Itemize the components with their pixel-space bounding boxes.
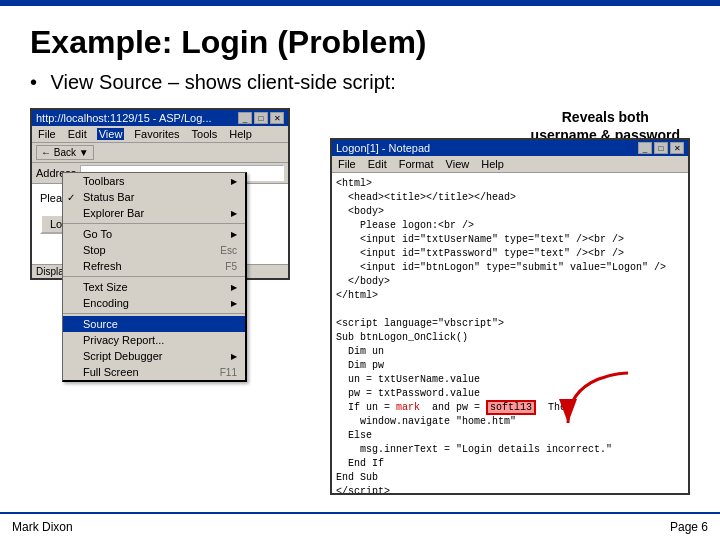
menu-edit[interactable]: Edit	[66, 128, 89, 140]
goto-label: Go To	[83, 228, 112, 240]
minimize-button[interactable]: _	[238, 112, 252, 124]
dropdown-toolbars[interactable]: Toolbars ▶	[63, 173, 245, 189]
toolbars-label: Toolbars	[83, 175, 125, 187]
stop-label: Stop	[83, 244, 106, 256]
author-label: Mark Dixon	[12, 520, 73, 534]
sep2	[63, 276, 245, 277]
refresh-label: Refresh	[83, 260, 122, 272]
code-line-9: </html>	[336, 289, 684, 303]
encoding-arrow: ▶	[231, 299, 237, 308]
code-line-4: Please logon:<br />	[336, 219, 684, 233]
menu-file[interactable]: File	[36, 128, 58, 140]
fullscreen-label: Full Screen	[83, 366, 139, 378]
notepad-menu-format[interactable]: Format	[397, 158, 436, 170]
dropdown-encoding[interactable]: Encoding ▶	[63, 295, 245, 311]
notepad-menu-edit[interactable]: Edit	[366, 158, 389, 170]
notepad-window: Logon[1] - Notepad _ □ ✕ File Edit Forma…	[330, 138, 690, 495]
browser-titlebar: http://localhost:1129/15 - ASP/Log... _ …	[32, 110, 288, 126]
textsize-label: Text Size	[83, 281, 128, 293]
browser-menubar: File Edit View Favorites Tools Help	[32, 126, 288, 143]
notepad-menu-file[interactable]: File	[336, 158, 358, 170]
dropdown-statusbar[interactable]: Status Bar	[63, 189, 245, 205]
dropdown-goto[interactable]: Go To ▶	[63, 226, 245, 242]
dropdown-refresh[interactable]: Refresh F5	[63, 258, 245, 274]
source-label: Source	[83, 318, 118, 330]
right-area: Reveals both username & password Logon[1…	[300, 108, 690, 280]
dropdown-textsize[interactable]: Text Size ▶	[63, 279, 245, 295]
notepad-close[interactable]: ✕	[670, 142, 684, 154]
notepad-body: <html> <head><title></title></head> <bod…	[332, 173, 688, 493]
code-line-13: Dim un	[336, 345, 684, 359]
menu-help[interactable]: Help	[227, 128, 254, 140]
close-button[interactable]: ✕	[270, 112, 284, 124]
dropdown-explorerbar[interactable]: Explorer Bar ▶	[63, 205, 245, 221]
code-line-11: <script language="vbscript">	[336, 317, 684, 331]
dropdown-source[interactable]: Source	[63, 316, 245, 332]
dropdown-fullscreen[interactable]: Full Screen F11	[63, 364, 245, 380]
menu-tools[interactable]: Tools	[190, 128, 220, 140]
explorerbar-arrow: ▶	[231, 209, 237, 218]
scriptdebugger-arrow: ▶	[231, 352, 237, 361]
scriptdebugger-label: Script Debugger	[83, 350, 163, 362]
bullet: •	[30, 71, 37, 93]
sep3	[63, 313, 245, 314]
code-line-21: End If	[336, 457, 684, 471]
privacyreport-label: Privacy Report...	[83, 334, 164, 346]
sep1	[63, 223, 245, 224]
code-line-22: End Sub	[336, 471, 684, 485]
slide-title: Example: Login (Problem)	[30, 24, 690, 61]
code-line-2: <head><title></title></head>	[336, 191, 684, 205]
dropdown-menu: Toolbars ▶ Status Bar Explorer Bar ▶ Go …	[62, 172, 247, 382]
menu-favorites[interactable]: Favorites	[132, 128, 181, 140]
highlight-softl13: softl13	[486, 400, 536, 415]
stop-shortcut: Esc	[220, 245, 237, 256]
toolbars-arrow: ▶	[231, 177, 237, 186]
slide-content: Example: Login (Problem) • View Source –…	[0, 6, 720, 290]
textsize-arrow: ▶	[231, 283, 237, 292]
notepad-win-buttons: _ □ ✕	[638, 142, 684, 154]
main-area: http://localhost:1129/15 - ASP/Log... _ …	[30, 108, 690, 280]
slide-subtitle: • View Source – shows client-side script…	[30, 71, 690, 94]
titlebar-buttons: _ □ ✕	[238, 112, 284, 124]
back-button[interactable]: ← Back ▼	[36, 145, 94, 160]
encoding-label: Encoding	[83, 297, 129, 309]
browser-toolbar: ← Back ▼	[32, 143, 288, 163]
refresh-shortcut: F5	[225, 261, 237, 272]
code-line-3: <body>	[336, 205, 684, 219]
dropdown-stop[interactable]: Stop Esc	[63, 242, 245, 258]
slide-container: Example: Login (Problem) • View Source –…	[0, 0, 720, 540]
code-line-10	[336, 303, 684, 317]
browser-title-text: http://localhost:1129/15 - ASP/Log...	[36, 112, 212, 124]
browser-window: http://localhost:1129/15 - ASP/Log... _ …	[30, 108, 290, 280]
reveals-line1: Reveals both	[562, 109, 649, 125]
statusbar-label: Status Bar	[83, 191, 134, 203]
code-line-1: <html>	[336, 177, 684, 191]
code-line-23: </script>	[336, 485, 684, 493]
notepad-menubar: File Edit Format View Help	[332, 156, 688, 173]
explorerbar-label: Explorer Bar	[83, 207, 144, 219]
code-line-5: <input id="txtUserName" type="text" /><b…	[336, 233, 684, 247]
code-line-7: <input id="btnLogon" type="submit" value…	[336, 261, 684, 275]
dropdown-privacyreport[interactable]: Privacy Report...	[63, 332, 245, 348]
notepad-titlebar: Logon[1] - Notepad _ □ ✕	[332, 140, 688, 156]
goto-arrow: ▶	[231, 230, 237, 239]
notepad-minimize[interactable]: _	[638, 142, 652, 154]
code-line-20: msg.innerText = "Login details incorrect…	[336, 443, 684, 457]
red-arrow-svg	[548, 368, 638, 438]
notepad-maximize[interactable]: □	[654, 142, 668, 154]
notepad-menu-help[interactable]: Help	[479, 158, 506, 170]
menu-view[interactable]: View	[97, 128, 125, 140]
dropdown-scriptdebugger[interactable]: Script Debugger ▶	[63, 348, 245, 364]
bottom-bar: Mark Dixon Page 6	[0, 512, 720, 540]
code-line-12: Sub btnLogon_OnClick()	[336, 331, 684, 345]
subtitle-text: View Source – shows client-side script:	[51, 71, 396, 93]
fullscreen-shortcut: F11	[220, 367, 237, 378]
notepad-menu-view[interactable]: View	[444, 158, 472, 170]
code-line-6: <input id="txtPassword" type="text" /><b…	[336, 247, 684, 261]
maximize-button[interactable]: □	[254, 112, 268, 124]
page-label: Page 6	[670, 520, 708, 534]
code-line-8: </body>	[336, 275, 684, 289]
notepad-title-text: Logon[1] - Notepad	[336, 142, 430, 154]
